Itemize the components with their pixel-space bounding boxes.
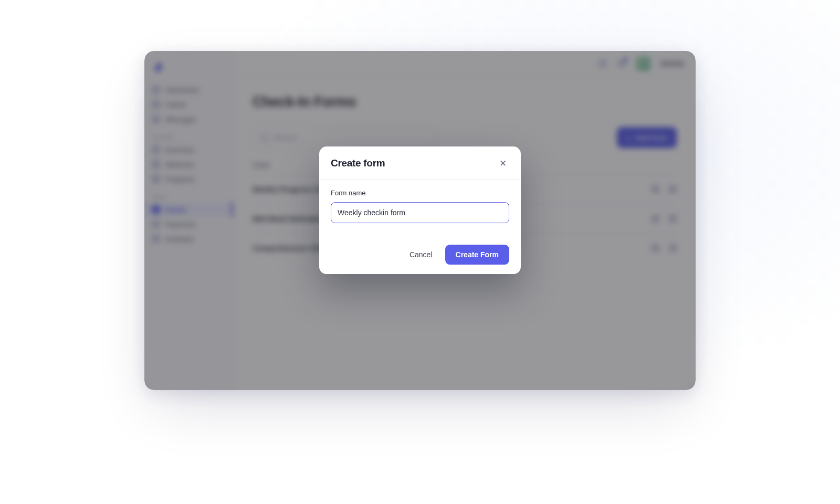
- cancel-button[interactable]: Cancel: [402, 245, 440, 264]
- create-form-button[interactable]: Create Form: [445, 245, 509, 265]
- modal-header: Create form ✕: [319, 146, 521, 179]
- app-frame: Dashboard Clients Messages Training Exer…: [144, 51, 696, 390]
- form-name-label: Form name: [331, 189, 509, 197]
- form-name-input[interactable]: [331, 202, 509, 223]
- modal-footer: Cancel Create Form: [319, 236, 521, 274]
- create-form-modal: Create form ✕ Form name Cancel Create Fo…: [319, 146, 521, 274]
- modal-body: Form name: [319, 180, 521, 236]
- close-icon[interactable]: ✕: [497, 157, 509, 170]
- modal-title: Create form: [331, 158, 385, 169]
